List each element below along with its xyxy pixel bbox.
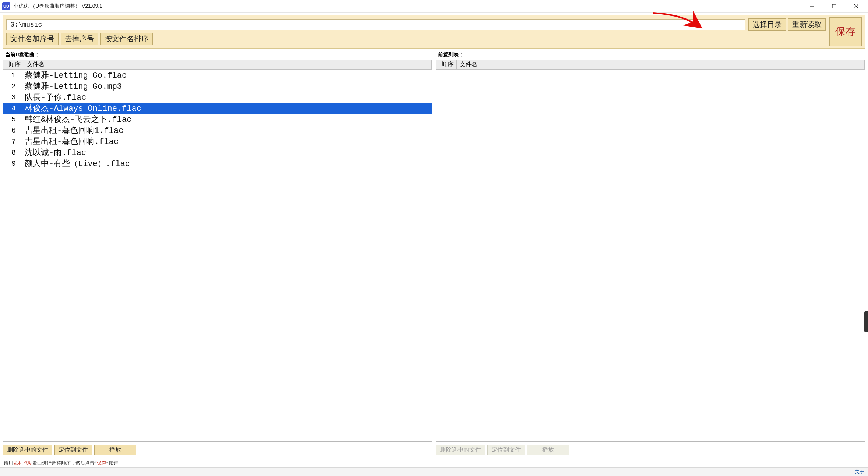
row-order: 9 [3,159,24,168]
hint-text: 请用鼠标拖动歌曲进行调整顺序，然后点击“保存”按钮 [0,458,868,467]
window-minimize-button[interactable] [801,0,823,12]
select-directory-button[interactable]: 选择目录 [748,18,786,31]
toolbar: 选择目录 重新读取 文件名加序号 去掉序号 按文件名排序 保存 [3,15,865,49]
sort-by-filename-button[interactable]: 按文件名排序 [100,33,153,45]
table-row[interactable]: 3队長-予你.flac [3,92,432,103]
about-link[interactable]: 关于 [855,469,864,475]
right-list-title: 前置列表： [436,50,865,60]
window-maximize-button[interactable] [823,0,845,12]
app-icon: UU [2,2,10,10]
row-filename: 吉星出租-暮色回响1.flac [24,125,432,136]
right-play-button[interactable]: 播放 [527,445,569,455]
table-row[interactable]: 4林俊杰-Always Online.flac [3,103,432,114]
row-order: 3 [3,93,24,102]
reload-button[interactable]: 重新读取 [788,18,826,31]
column-filename[interactable]: 文件名 [457,60,865,69]
table-row[interactable]: 9颜人中-有些（Live）.flac [3,158,432,169]
left-delete-selected-button[interactable]: 删除选中的文件 [3,445,52,455]
row-order: 1 [3,71,24,80]
row-filename: 蔡健雅-Letting Go.flac [24,70,432,81]
add-sequence-number-button[interactable]: 文件名加序号 [6,33,59,45]
left-list-header: 顺序 文件名 [3,60,432,70]
right-edge-tab[interactable] [864,311,868,332]
table-row[interactable]: 6吉星出租-暮色回响1.flac [3,125,432,136]
row-order: 6 [3,126,24,135]
row-filename: 吉星出租-暮色回响.flac [24,136,432,147]
front-list[interactable]: 顺序 文件名 [436,60,865,442]
table-row[interactable]: 8沈以诚-雨.flac [3,147,432,158]
remove-sequence-number-button[interactable]: 去掉序号 [61,33,98,45]
column-order[interactable]: 顺序 [436,60,457,69]
table-row[interactable]: 5韩红&林俊杰-飞云之下.flac [3,114,432,125]
row-order: 2 [3,82,24,91]
left-play-button[interactable]: 播放 [94,445,136,455]
right-delete-selected-button[interactable]: 删除选中的文件 [436,445,485,455]
row-filename: 沈以诚-雨.flac [24,147,432,158]
left-locate-file-button[interactable]: 定位到文件 [54,445,92,455]
svg-rect-1 [832,4,836,8]
row-filename: 林俊杰-Always Online.flac [24,103,432,114]
window-titlebar: UU 小优优 （U盘歌曲顺序调整） V21.09.1 [0,0,868,13]
row-filename: 队長-予你.flac [24,92,432,103]
table-row[interactable]: 1蔡健雅-Letting Go.flac [3,70,432,81]
status-bar: 关于 [0,467,868,476]
left-list-title: 当前U盘歌曲： [3,50,432,60]
row-filename: 韩红&林俊杰-飞云之下.flac [24,114,432,125]
row-filename: 蔡健雅-Letting Go.mp3 [24,81,432,92]
directory-path-input[interactable] [6,19,745,30]
right-locate-file-button[interactable]: 定位到文件 [487,445,525,455]
right-list-header: 顺序 文件名 [436,60,865,70]
row-order: 7 [3,137,24,146]
row-order: 5 [3,115,24,124]
row-filename: 颜人中-有些（Live）.flac [24,158,432,169]
window-close-button[interactable] [845,0,867,12]
table-row[interactable]: 2蔡健雅-Letting Go.mp3 [3,81,432,92]
column-filename[interactable]: 文件名 [24,60,432,69]
row-order: 8 [3,148,24,157]
column-order[interactable]: 顺序 [3,60,24,69]
window-title: 小优优 （U盘歌曲顺序调整） V21.09.1 [13,3,102,10]
current-songs-list[interactable]: 顺序 文件名 1蔡健雅-Letting Go.flac2蔡健雅-Letting … [3,60,432,442]
row-order: 4 [3,104,24,113]
table-row[interactable]: 7吉星出租-暮色回响.flac [3,136,432,147]
save-button[interactable]: 保存 [829,17,862,46]
